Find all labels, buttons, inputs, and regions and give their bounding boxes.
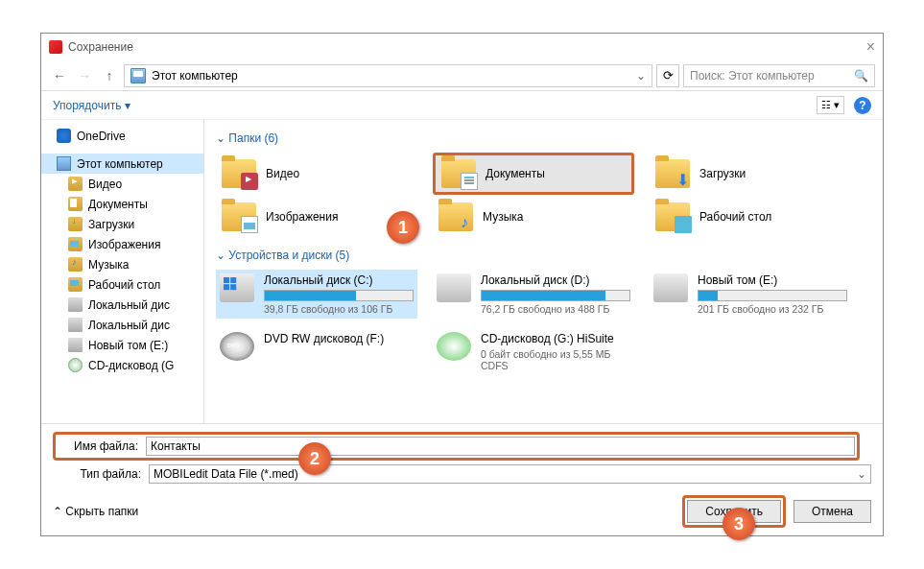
sidebar-item[interactable]: Новый том (Е:) <box>41 335 203 355</box>
sidebar-item[interactable]: CD-дисковод (G <box>41 355 203 375</box>
save-dialog: Сохранение × ← → ↑ Этот компьютер ⌄ ⟳ По… <box>40 33 884 536</box>
search-input[interactable]: Поиск: Этот компьютер 🔍 <box>683 64 875 87</box>
annotation-marker-1: 1 <box>387 211 419 244</box>
titlebar: Сохранение × <box>41 34 883 60</box>
onedrive-icon <box>57 129 71 143</box>
folder-item[interactable]: Рабочий стол <box>650 199 851 235</box>
breadcrumb: Этот компьютер <box>152 69 238 83</box>
sidebar-item[interactable]: Загрузки <box>41 214 203 234</box>
folder-icon <box>222 202 256 231</box>
folder-icon <box>68 297 83 312</box>
folder-item[interactable]: Документы <box>433 153 634 195</box>
drive-item[interactable]: DVD RW дисковод (F:) <box>216 328 417 375</box>
drives-header[interactable]: Устройства и диски (5) <box>216 249 871 262</box>
sidebar-item[interactable]: Локальный дис <box>41 295 203 315</box>
refresh-button[interactable]: ⟳ <box>656 64 679 87</box>
folder-icon <box>68 217 83 231</box>
folder-icon <box>222 159 256 188</box>
forward-button[interactable]: → <box>74 65 95 86</box>
close-button[interactable]: × <box>866 38 875 56</box>
drive-icon <box>437 332 471 361</box>
sidebar: OneDrive Этот компьютер ВидеоДокументыЗа… <box>41 120 204 423</box>
sidebar-onedrive[interactable]: OneDrive <box>41 126 203 146</box>
folder-icon <box>68 338 83 352</box>
drive-item[interactable]: Локальный диск (D:)76,2 ГБ свободно из 4… <box>433 270 634 319</box>
folder-icon <box>438 202 473 231</box>
folder-icon <box>441 159 476 188</box>
drive-icon <box>653 273 688 302</box>
view-button[interactable]: ☷ ▾ <box>817 96 844 114</box>
app-icon <box>49 40 62 54</box>
address-bar[interactable]: Этот компьютер ⌄ <box>124 64 652 87</box>
sidebar-this-pc[interactable]: Этот компьютер <box>41 154 203 174</box>
folder-item[interactable]: Загрузки <box>650 153 851 195</box>
sidebar-item[interactable]: Документы <box>41 194 203 214</box>
folder-icon <box>68 177 83 191</box>
sidebar-item[interactable]: Рабочий стол <box>41 274 203 295</box>
pc-icon <box>130 68 146 83</box>
folder-icon <box>655 159 690 188</box>
drive-item[interactable]: Локальный диск (C:)39,8 ГБ свободно из 1… <box>216 270 417 319</box>
cancel-button[interactable]: Отмена <box>794 500 871 523</box>
drive-item[interactable]: Новый том (E:)201 ГБ свободно из 232 ГБ <box>650 270 851 319</box>
drive-icon <box>437 273 471 302</box>
annotation-marker-3: 3 <box>723 508 755 540</box>
navbar: ← → ↑ Этот компьютер ⌄ ⟳ Поиск: Этот ком… <box>41 60 883 91</box>
filetype-select[interactable]: MOBILedit Data File (*.med) <box>149 464 871 484</box>
folder-item[interactable]: Видео <box>216 153 417 195</box>
folder-icon <box>68 277 83 292</box>
toolbar: Упорядочить ▾ ☷ ▾ ? <box>41 91 883 120</box>
filename-label: Имя файла: <box>58 439 146 453</box>
sidebar-item[interactable]: Видео <box>41 174 203 194</box>
folder-icon <box>68 257 83 272</box>
folder-icon <box>68 358 83 372</box>
folders-header[interactable]: Папки (6) <box>216 131 871 145</box>
drive-item[interactable]: CD-дисковод (G:) HiSuite0 байт свободно … <box>433 328 634 375</box>
hide-folders-button[interactable]: Скрыть папки <box>53 505 138 518</box>
window-title: Сохранение <box>68 40 133 54</box>
drive-icon <box>220 273 254 302</box>
folder-item[interactable]: Музыка <box>433 199 634 235</box>
pc-icon <box>57 156 71 171</box>
content-area: Папки (6) ВидеоДокументыЗагрузкиИзображе… <box>204 120 883 423</box>
help-icon[interactable]: ? <box>854 97 871 114</box>
chevron-down-icon[interactable]: ⌄ <box>636 69 646 83</box>
search-placeholder: Поиск: Этот компьютер <box>690 69 854 83</box>
search-icon: 🔍 <box>854 69 868 83</box>
footer: Имя файла: Тип файла: MOBILedit Data Fil… <box>41 423 883 535</box>
folder-icon <box>68 318 83 332</box>
filename-input[interactable] <box>146 437 855 456</box>
sidebar-item[interactable]: Локальный дис <box>41 315 203 335</box>
drive-icon <box>220 332 254 361</box>
folder-icon <box>68 197 83 211</box>
folder-icon <box>68 237 83 251</box>
back-button[interactable]: ← <box>49 65 70 86</box>
organize-button[interactable]: Упорядочить ▾ <box>53 99 130 112</box>
filetype-label: Тип файла: <box>53 467 149 481</box>
up-button[interactable]: ↑ <box>99 65 120 86</box>
sidebar-item[interactable]: Музыка <box>41 254 203 274</box>
sidebar-item[interactable]: Изображения <box>41 234 203 254</box>
folder-icon <box>655 202 690 231</box>
annotation-marker-2: 2 <box>298 442 331 475</box>
